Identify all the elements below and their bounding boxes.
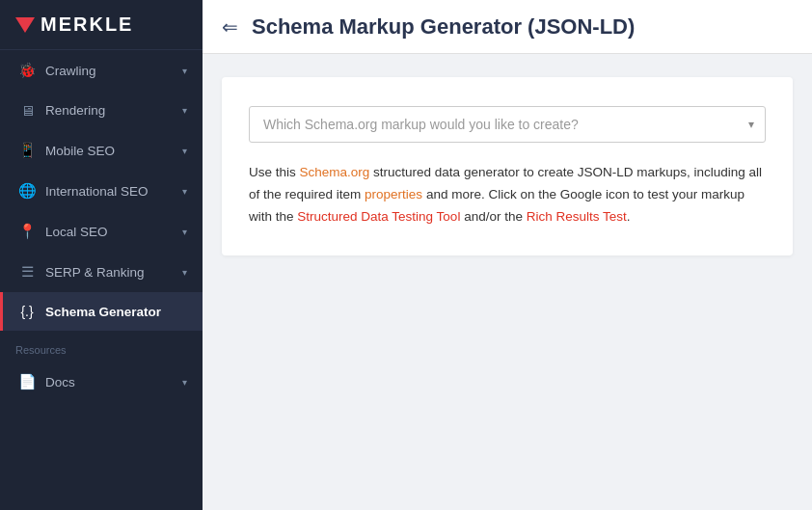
chevron-down-icon: ▾ (182, 227, 187, 237)
sidebar-item-schema-generator[interactable]: {.} Schema Generator (0, 292, 203, 331)
chevron-down-icon: ▾ (182, 267, 187, 278)
desc-mid3: and/or the (460, 209, 526, 224)
rich-results-link[interactable]: Rich Results Test (527, 209, 627, 224)
generator-card: Which Schema.org markup would you like t… (222, 77, 793, 255)
sidebar-item-label: Rendering (45, 103, 105, 118)
chevron-down-icon: ▾ (182, 146, 187, 156)
crawling-icon: 🐞 (18, 62, 36, 79)
sidebar-item-label: Schema Generator (45, 305, 161, 319)
rendering-icon: 🖥 (18, 102, 36, 119)
page-title: Schema Markup Generator (JSON-LD) (252, 14, 635, 40)
sidebar-item-serp-ranking[interactable]: ☰ SERP & Ranking ▾ (0, 252, 203, 292)
sidebar-item-label: Docs (45, 375, 75, 389)
resources-section-label: Resources (0, 331, 203, 362)
sidebar-item-label: Local SEO (45, 225, 108, 239)
back-button[interactable]: ⇐ (222, 15, 238, 39)
serp-icon: ☰ (18, 263, 36, 281)
sidebar-item-docs[interactable]: 📄 Docs ▾ (0, 362, 203, 402)
main-content: ⇐ Schema Markup Generator (JSON-LD) Whic… (203, 0, 812, 510)
structured-data-tool-link[interactable]: Structured Data Testing Tool (297, 209, 460, 224)
chevron-down-icon: ▾ (182, 186, 187, 197)
sidebar-item-mobile-seo[interactable]: 📱 Mobile SEO ▾ (0, 130, 203, 171)
chevron-down-icon: ▾ (182, 105, 187, 116)
schema-type-select[interactable]: Which Schema.org markup would you like t… (249, 106, 766, 143)
international-icon: 🌐 (18, 182, 36, 200)
sidebar-item-label: SERP & Ranking (45, 265, 145, 280)
sidebar-item-crawling[interactable]: 🐞 Crawling ▾ (0, 50, 203, 91)
logo: MERKLE (0, 0, 203, 50)
mobile-icon: 📱 (18, 142, 36, 159)
brand-name: MERKLE (41, 13, 133, 36)
sidebar-item-international-seo[interactable]: 🌐 International SEO ▾ (0, 171, 203, 211)
schema-icon: {.} (18, 304, 36, 319)
description-text: Use this Schema.org structured data gene… (249, 162, 766, 228)
chevron-down-icon: ▾ (182, 66, 187, 76)
properties-link[interactable]: properties (365, 187, 422, 201)
sidebar: MERKLE 🐞 Crawling ▾ 🖥 Rendering ▾ 📱 Mobi… (0, 0, 203, 510)
desc-suffix: . (627, 209, 631, 224)
sidebar-item-label: Mobile SEO (45, 144, 115, 158)
top-bar: ⇐ Schema Markup Generator (JSON-LD) (203, 0, 812, 54)
chevron-down-icon: ▾ (182, 377, 187, 388)
logo-triangle-icon (15, 17, 35, 33)
sidebar-item-label: International SEO (45, 184, 149, 199)
schema-org-link[interactable]: Schema.org (300, 165, 370, 179)
local-icon: 📍 (18, 223, 36, 240)
sidebar-item-local-seo[interactable]: 📍 Local SEO ▾ (0, 211, 203, 252)
content-area: Which Schema.org markup would you like t… (203, 54, 812, 510)
desc-prefix: Use this (249, 165, 300, 179)
docs-icon: 📄 (18, 373, 36, 390)
sidebar-item-label: Crawling (45, 64, 96, 78)
sidebar-item-rendering[interactable]: 🖥 Rendering ▾ (0, 91, 203, 130)
schema-type-dropdown-wrapper: Which Schema.org markup would you like t… (249, 106, 766, 143)
